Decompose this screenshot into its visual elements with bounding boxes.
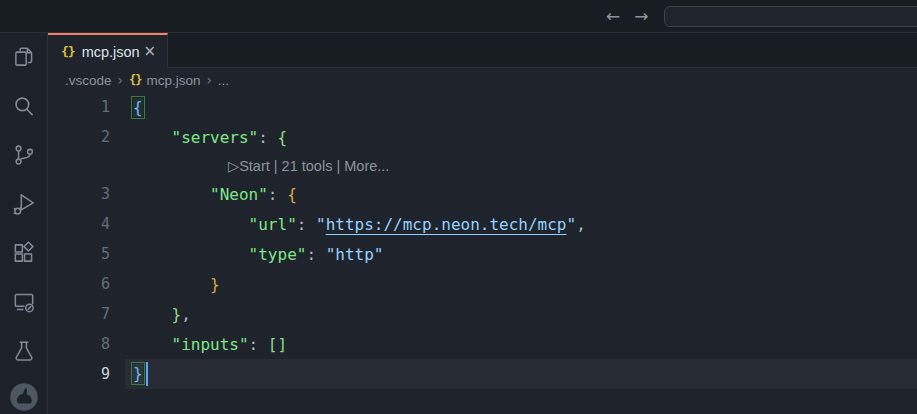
code-line[interactable]: 7 }, — [48, 299, 917, 329]
navigate-back-icon[interactable]: ← — [606, 8, 620, 25]
vscode-window: ← → — [0, 0, 917, 414]
source-control-icon[interactable] — [10, 141, 38, 169]
code-token: " — [567, 215, 577, 234]
text-cursor — [146, 362, 148, 386]
code-token: { — [278, 128, 288, 147]
line-number: 2 — [48, 128, 125, 146]
code-token: , — [576, 215, 586, 234]
rabbit-extension-icon[interactable] — [9, 382, 39, 412]
json-file-icon: {} — [129, 73, 141, 87]
code-token: , — [181, 305, 191, 324]
testing-icon[interactable] — [10, 337, 38, 365]
code-line[interactable]: 5 "type": "http" — [48, 239, 917, 269]
line-number: 9 — [48, 365, 125, 383]
code-token: { — [287, 185, 297, 204]
line-number: 1 — [48, 98, 125, 116]
breadcrumb-separator: › — [118, 72, 123, 88]
code-line[interactable]: 8 "inputs": [] — [48, 329, 917, 359]
tab-mcp-json[interactable]: {} mcp.json × — [48, 33, 168, 68]
code-token — [133, 275, 210, 294]
code-token: https://mcp.neon.tech/mcp — [326, 215, 567, 234]
run-and-debug-icon[interactable] — [10, 190, 38, 218]
code-token: { — [133, 98, 143, 117]
code-line[interactable]: 2 "servers": { — [48, 122, 917, 152]
code-token: "Neon" — [210, 185, 268, 204]
code-line[interactable]: 3 "Neon": { — [48, 179, 917, 209]
code-token — [133, 128, 172, 147]
line-number: 7 — [48, 305, 125, 323]
tab-bar: {} mcp.json × — [48, 33, 917, 68]
code-editor[interactable]: 1{2 "servers": {▷Start | 21 tools | More… — [48, 92, 917, 414]
code-token: : — [258, 128, 277, 147]
codelens-action[interactable]: More... — [344, 158, 389, 174]
explorer-icon[interactable] — [10, 43, 38, 71]
line-number: 4 — [48, 215, 125, 233]
code-token: "http" — [326, 245, 384, 264]
code-token — [133, 335, 172, 354]
codelens-row: ▷Start | 21 tools | More... — [48, 152, 917, 179]
code-token — [133, 215, 249, 234]
breadcrumb-item-file[interactable]: {} mcp.json — [129, 73, 200, 88]
line-number: 5 — [48, 245, 125, 263]
code-token: : — [268, 185, 287, 204]
code-line[interactable]: 1{ — [48, 92, 917, 122]
extensions-icon[interactable] — [10, 239, 38, 267]
breadcrumb: .vscode › {} mcp.json › ... — [48, 68, 917, 92]
breadcrumb-item-symbol[interactable]: ... — [218, 73, 229, 88]
line-number: 3 — [48, 185, 125, 203]
code-token: "url" — [249, 215, 297, 234]
breadcrumb-separator: › — [206, 72, 211, 88]
navigate-forward-icon[interactable]: → — [634, 8, 648, 25]
code-line[interactable]: 4 "url": "https://mcp.neon.tech/mcp", — [48, 209, 917, 239]
codelens-action[interactable]: ▷Start — [228, 158, 270, 174]
tab-title: mcp.json — [82, 44, 141, 60]
code-token — [133, 185, 210, 204]
command-center-search-input[interactable] — [664, 6, 917, 27]
code-token: } — [172, 305, 182, 324]
code-token: } — [133, 364, 143, 383]
code-token: "servers" — [172, 128, 259, 147]
tab-close-icon[interactable]: × — [140, 43, 159, 60]
code-token: : — [249, 335, 268, 354]
code-token — [133, 305, 172, 324]
code-token: : — [306, 245, 325, 264]
code-token: " — [316, 215, 326, 234]
search-icon[interactable] — [10, 92, 38, 120]
line-number: 6 — [48, 275, 125, 293]
remote-explorer-icon[interactable] — [10, 288, 38, 316]
code-line[interactable]: 9} — [48, 359, 917, 389]
codelens-action[interactable]: 21 tools — [282, 158, 333, 174]
title-bar: ← → — [0, 0, 917, 33]
code-token: } — [210, 275, 220, 294]
code-token: "inputs" — [172, 335, 249, 354]
breadcrumb-item-vscode[interactable]: .vscode — [65, 73, 112, 88]
code-line[interactable]: 6 } — [48, 269, 917, 299]
code-token — [133, 245, 249, 264]
code-token: : — [297, 215, 316, 234]
code-token: "type" — [249, 245, 307, 264]
activity-bar — [0, 33, 48, 414]
line-number: 8 — [48, 335, 125, 353]
code-token: [] — [268, 335, 287, 354]
json-file-icon: {} — [61, 44, 75, 59]
